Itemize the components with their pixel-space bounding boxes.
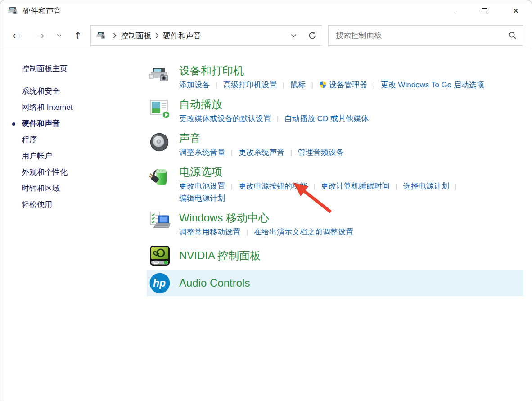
section-title-link[interactable]: 声音 <box>179 131 523 145</box>
breadcrumb: 控制面板硬件和声音 <box>109 31 201 41</box>
section-body: 设备和打印机添加设备|高级打印机设置|鼠标|设备管理器|更改 Windows T… <box>179 64 523 91</box>
sidebar-item[interactable]: 网络和 Internet <box>11 99 147 116</box>
sidebar-item-home[interactable]: 控制面板主页 <box>11 61 147 77</box>
link-separator: | <box>216 81 217 89</box>
maximize-icon <box>482 8 487 14</box>
link-separator: | <box>313 182 315 190</box>
task-link-group: 更改电池设置| <box>179 182 239 190</box>
task-links: 更改媒体或设备的默认设置|自动播放 CD 或其他媒体 <box>179 113 508 125</box>
task-link[interactable]: 调整常用移动设置 <box>179 228 240 236</box>
task-link-group: 添加设备| <box>179 81 223 89</box>
link-separator: | <box>290 149 292 156</box>
up-button[interactable]: ↑ <box>71 30 85 41</box>
task-link-group: 调整常用移动设置| <box>179 228 254 236</box>
task-link[interactable]: 管理音频设备 <box>298 148 344 157</box>
task-link-group: 更改计算机睡眠时间| <box>321 182 403 190</box>
close-button[interactable]: ✕ <box>500 0 532 21</box>
section-title-link[interactable]: 自动播放 <box>179 98 523 111</box>
category-section: Windows 移动中心调整常用移动设置|在给出演示文档之前调整设置 <box>149 211 523 238</box>
task-link[interactable]: 更改媒体或设备的默认设置 <box>179 114 271 123</box>
task-link-group: 调整系统音量| <box>179 148 239 157</box>
task-link[interactable]: 在给出演示文档之前调整设置 <box>254 228 353 236</box>
forward-button[interactable]: → <box>33 30 47 41</box>
nvidia-icon <box>149 245 171 266</box>
sidebar-item-label: 时钟和区域 <box>22 184 60 193</box>
category-section: 声音调整系统音量|更改系统声音|管理音频设备 <box>149 131 523 158</box>
category-section: 电源选项更改电池设置|更改电源按钮的功能|更改计算机睡眠时间|选择电源计划|编辑… <box>149 165 523 204</box>
link-separator: | <box>396 182 397 190</box>
window-title: 硬件和声音 <box>23 6 61 16</box>
task-link[interactable]: 选择电源计划 <box>403 182 449 190</box>
sidebar-item-label: 硬件和声音 <box>22 119 60 128</box>
section-title-link[interactable]: 电源选项 <box>179 165 523 179</box>
sidebar-item-label: 网络和 Internet <box>22 103 72 112</box>
task-link[interactable]: 更改电池设置 <box>179 182 225 190</box>
section-body: 自动播放更改媒体或设备的默认设置|自动播放 CD 或其他媒体 <box>179 98 523 125</box>
search-icon[interactable] <box>509 32 517 40</box>
close-icon: ✕ <box>513 6 519 15</box>
uac-shield-icon <box>319 81 327 89</box>
address-bar[interactable]: 控制面板硬件和声音 <box>90 25 322 46</box>
task-link-group: 在给出演示文档之前调整设置 <box>254 228 353 236</box>
search-box[interactable] <box>328 25 523 46</box>
task-link-group: 更改 Windows To Go 启动选项 <box>381 81 484 89</box>
chevron-right-icon <box>155 33 159 38</box>
task-link[interactable]: 更改系统声音 <box>239 148 284 157</box>
maximize-button[interactable] <box>469 0 500 21</box>
task-link-group: 自动播放 CD 或其他媒体 <box>284 114 369 123</box>
link-separator: | <box>231 182 233 190</box>
task-link-group: 更改系统声音| <box>239 148 298 157</box>
main-panel: 设备和打印机添加设备|高级打印机设置|鼠标|设备管理器|更改 Windows T… <box>147 50 532 401</box>
back-button[interactable]: ← <box>9 30 24 41</box>
breadcrumb-item[interactable]: 硬件和声音 <box>163 31 201 41</box>
svg-text:hp: hp <box>153 277 166 289</box>
task-link[interactable]: 更改电源按钮的功能 <box>239 182 307 190</box>
sidebar-item[interactable]: 硬件和声音 <box>11 116 147 132</box>
task-link-group: 管理音频设备 <box>298 148 344 157</box>
task-link[interactable]: 鼠标 <box>290 81 306 89</box>
content-area: 控制面板主页 系统和安全网络和 Internet硬件和声音程序用户帐户外观和个性… <box>0 50 532 401</box>
breadcrumb-item[interactable]: 控制面板 <box>121 31 151 41</box>
section-body: Windows 移动中心调整常用移动设置|在给出演示文档之前调整设置 <box>179 211 523 238</box>
task-links: 更改电池设置|更改电源按钮的功能|更改计算机睡眠时间|选择电源计划|编辑电源计划 <box>179 180 508 204</box>
sidebar-item-label: 程序 <box>22 135 37 144</box>
address-dropdown-chevron-icon[interactable] <box>291 34 297 38</box>
chevron-right-icon <box>113 33 117 38</box>
sidebar-item[interactable]: 程序 <box>11 132 147 148</box>
section-body: Audio Controls <box>179 276 523 290</box>
task-link[interactable]: 添加设备 <box>179 81 210 89</box>
task-link[interactable]: 更改计算机睡眠时间 <box>321 182 390 190</box>
section-title-link[interactable]: NVIDIA 控制面板 <box>179 249 523 262</box>
sidebar-item[interactable]: 时钟和区域 <box>11 180 147 197</box>
task-link[interactable]: 高级打印机设置 <box>223 81 277 89</box>
search-input[interactable] <box>335 31 509 41</box>
task-link[interactable]: 更改 Windows To Go 启动选项 <box>381 81 484 89</box>
titlebar: 硬件和声音 ✕ <box>0 0 532 21</box>
category-section: hpAudio Controls <box>147 270 523 296</box>
refresh-icon[interactable] <box>308 32 316 40</box>
sound-icon <box>149 131 171 153</box>
task-link[interactable]: 编辑电源计划 <box>179 194 225 203</box>
task-link[interactable]: 设备管理器 <box>319 81 367 89</box>
recent-pages-chevron-icon[interactable] <box>54 34 64 37</box>
sidebar-item[interactable]: 轻松使用 <box>11 197 147 213</box>
printer-device-icon <box>8 5 18 16</box>
sidebar-item[interactable]: 用户帐户 <box>11 148 147 164</box>
sidebar-item[interactable]: 系统和安全 <box>11 83 147 99</box>
link-separator: | <box>373 81 375 89</box>
task-link[interactable]: 调整系统音量 <box>179 148 225 157</box>
section-title-link[interactable]: 设备和打印机 <box>179 64 523 77</box>
section-title-link[interactable]: Windows 移动中心 <box>179 211 523 225</box>
link-separator: | <box>311 81 313 89</box>
task-link[interactable]: 自动播放 CD 或其他媒体 <box>284 114 369 123</box>
minimize-button[interactable] <box>437 0 469 21</box>
task-link-group: 鼠标| <box>290 81 319 89</box>
section-body: 声音调整系统音量|更改系统声音|管理音频设备 <box>179 131 523 158</box>
window-controls: ✕ <box>437 0 532 21</box>
task-links: 调整系统音量|更改系统声音|管理音频设备 <box>179 146 508 158</box>
link-separator: | <box>455 182 457 190</box>
task-link-group: 编辑电源计划 <box>179 194 225 203</box>
sidebar-item-label: 外观和个性化 <box>22 168 68 176</box>
section-title-link[interactable]: Audio Controls <box>179 276 523 290</box>
sidebar-item[interactable]: 外观和个性化 <box>11 164 147 180</box>
